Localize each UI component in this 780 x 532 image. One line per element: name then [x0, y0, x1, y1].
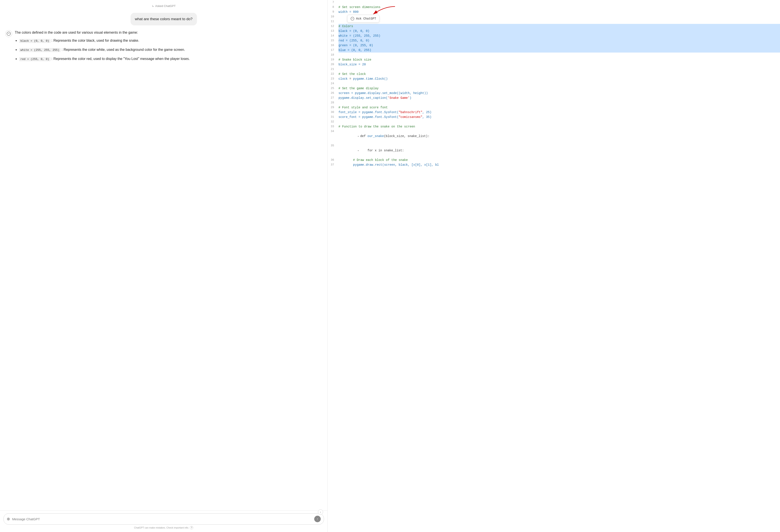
bullet-list: black = (0, 0, 0) : Represents the color… — [15, 38, 322, 61]
code-line-30: 30 font_style = pygame.font.SysFont("bah… — [328, 110, 780, 115]
code-line-13: 13 black = (0, 0, 0) — [328, 29, 780, 34]
code-line-21: 21 — [328, 67, 780, 71]
code-line-20: 20 block_size = 20 — [328, 62, 780, 67]
send-button[interactable]: ↑ — [314, 516, 321, 522]
desc-black: : Represents the color black, used for d… — [51, 39, 139, 42]
gpt-tooltip-icon — [350, 17, 354, 20]
code-line-24: 24 — [328, 81, 780, 86]
asked-label: ↳ Asked ChatGPT — [5, 4, 322, 8]
code-line-35: 35 ▾ for x in snake_list: — [328, 143, 780, 158]
list-item-red: red = (255, 0, 0) : Represents the color… — [19, 56, 322, 62]
openai-icon — [6, 32, 11, 36]
assistant-intro: The colors defined in the code are used … — [15, 30, 322, 35]
code-line-25: 25 # Set the game display — [328, 86, 780, 91]
footer-text: ChatGPT can make mistakes. Check importa… — [134, 526, 189, 529]
assistant-content: The colors defined in the code are used … — [15, 30, 322, 62]
list-item-black: black = (0, 0, 0) : Represents the color… — [19, 38, 322, 43]
code-line-11: 11 — [328, 19, 780, 24]
code-red: red = (255, 0, 0) — [19, 57, 51, 61]
chat-input-area: ⊕ ↑ ChatGPT can make mistakes. Check imp… — [0, 511, 328, 532]
code-line-12: 12 # Colors — [328, 24, 780, 29]
code-line-23: 23 clock = pygame.time.Clock() — [328, 77, 780, 81]
list-item-white: white = (255, 255, 255) : Represents the… — [19, 47, 322, 53]
code-line-28: 28 — [328, 100, 780, 105]
chat-input-box: ⊕ ↑ — [3, 513, 324, 525]
footer-note: ChatGPT can make mistakes. Check importa… — [3, 525, 324, 530]
code-black: black = (0, 0, 0) — [19, 39, 51, 43]
code-line-19: 19 # Snake block size — [328, 57, 780, 62]
scroll-down-indicator[interactable]: ↓ — [318, 510, 323, 515]
code-line-33: 33 # Function to draw the snake on the s… — [328, 124, 780, 129]
user-message-bubble: what are these colors meant to do? — [131, 13, 197, 26]
code-line-17: 17 blue = (0, 0, 255) — [328, 48, 780, 53]
collapse-icon-34[interactable]: ▾ — [357, 135, 360, 138]
paperclip-icon[interactable]: ⊕ — [7, 517, 10, 521]
code-line-32: 32 — [328, 119, 780, 124]
assistant-message: The colors defined in the code are used … — [5, 30, 322, 62]
code-line-27: 27 pygame.display.set_caption('Snake Gam… — [328, 96, 780, 100]
asked-label-text: Asked ChatGPT — [155, 4, 176, 8]
code-line-37: 37 pygame.draw.rect(screen, black, [x[0]… — [328, 162, 780, 167]
code-panel: Ask ChatGPT 7 8 # Set screen dimensions … — [328, 0, 780, 532]
code-line-26: 26 screen = pygame.display.set_mode((wid… — [328, 91, 780, 96]
chat-panel: ↳ Asked ChatGPT what are these colors me… — [0, 0, 328, 532]
assistant-avatar — [5, 30, 12, 37]
desc-red: : Represents the color red, used to disp… — [51, 57, 190, 60]
desc-white: : Represents the color white, used as th… — [62, 48, 185, 51]
code-line-15: 15 red = (255, 0, 0) — [328, 38, 780, 43]
code-line-36: 36 # Draw each block of the snake — [328, 158, 780, 162]
help-icon[interactable]: ? — [190, 526, 193, 529]
chat-messages: ↳ Asked ChatGPT what are these colors me… — [0, 0, 328, 511]
code-line-34: 34 ▾def our_snake(block_size, snake_list… — [328, 129, 780, 143]
chat-input[interactable] — [12, 517, 312, 521]
red-arrow-annotation — [371, 4, 397, 18]
code-white: white = (255, 255, 255) — [19, 48, 61, 52]
code-line-16: 16 green = (0, 255, 0) — [328, 43, 780, 48]
code-line-31: 31 score_font = pygame.font.SysFont("com… — [328, 115, 780, 119]
code-container: Ask ChatGPT 7 8 # Set screen dimensions … — [328, 0, 780, 167]
user-message-text: what are these colors meant to do? — [135, 17, 193, 21]
reply-icon: ↳ — [152, 5, 154, 8]
code-line-29: 29 # Font style and score font — [328, 105, 780, 110]
collapse-icon-35[interactable]: ▾ — [357, 149, 360, 152]
code-line-14: 14 white = (255, 255, 255) — [328, 34, 780, 38]
code-line-18: 18 — [328, 53, 780, 57]
code-editor: 7 8 # Set screen dimensions 9 width = 80… — [328, 0, 780, 167]
code-line-22: 22 # Set the clock — [328, 71, 780, 77]
code-line-7: 7 — [328, 0, 780, 5]
